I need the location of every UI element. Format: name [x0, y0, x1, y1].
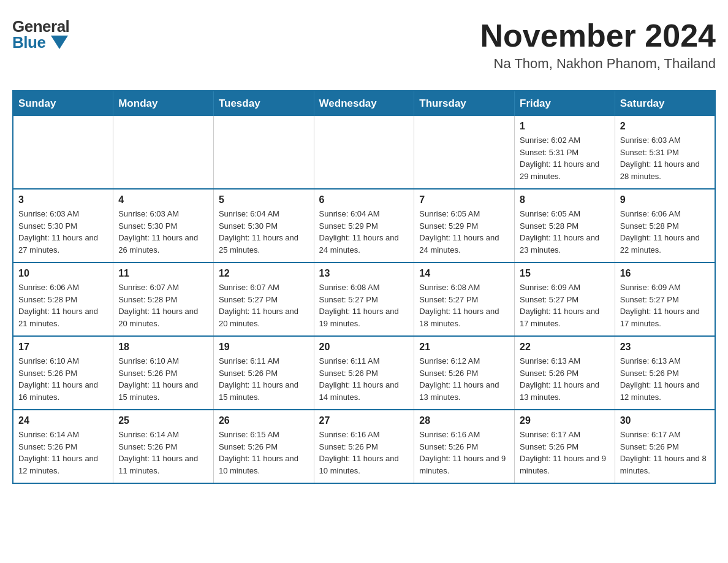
day-number: 11	[118, 268, 208, 279]
day-number: 27	[319, 415, 409, 426]
day-number: 14	[419, 268, 509, 279]
calendar-week-1: 1Sunrise: 6:02 AM Sunset: 5:31 PM Daylig…	[13, 116, 715, 189]
header-saturday: Saturday	[615, 91, 715, 116]
day-number: 10	[18, 268, 108, 279]
day-info: Sunrise: 6:11 AM Sunset: 5:26 PM Dayligh…	[219, 355, 309, 403]
day-number: 2	[620, 121, 710, 132]
calendar-cell: 28Sunrise: 6:16 AM Sunset: 5:26 PM Dayli…	[414, 410, 515, 483]
day-info: Sunrise: 6:15 AM Sunset: 5:26 PM Dayligh…	[219, 429, 309, 477]
day-number: 21	[419, 342, 509, 353]
day-info: Sunrise: 6:10 AM Sunset: 5:26 PM Dayligh…	[118, 355, 208, 403]
day-number: 22	[520, 342, 610, 353]
day-number: 18	[118, 342, 208, 353]
calendar-cell: 30Sunrise: 6:17 AM Sunset: 5:26 PM Dayli…	[615, 410, 715, 483]
calendar-cell: 27Sunrise: 6:16 AM Sunset: 5:26 PM Dayli…	[314, 410, 414, 483]
calendar-cell: 1Sunrise: 6:02 AM Sunset: 5:31 PM Daylig…	[515, 116, 615, 189]
calendar-cell: 29Sunrise: 6:17 AM Sunset: 5:26 PM Dayli…	[515, 410, 615, 483]
logo-blue-text: Blue	[12, 34, 69, 50]
calendar-cell: 9Sunrise: 6:06 AM Sunset: 5:28 PM Daylig…	[615, 189, 715, 262]
header-sunday: Sunday	[13, 91, 113, 116]
day-info: Sunrise: 6:03 AM Sunset: 5:30 PM Dayligh…	[18, 208, 108, 256]
day-info: Sunrise: 6:17 AM Sunset: 5:26 PM Dayligh…	[620, 429, 710, 477]
day-number: 6	[319, 194, 409, 205]
calendar-header-row: SundayMondayTuesdayWednesdayThursdayFrid…	[13, 91, 715, 116]
day-number: 29	[520, 415, 610, 426]
day-info: Sunrise: 6:13 AM Sunset: 5:26 PM Dayligh…	[620, 355, 710, 403]
title-area: November 2024 Na Thom, Nakhon Phanom, Th…	[480, 18, 716, 72]
logo-name-block: General Blue	[12, 18, 69, 50]
day-number: 26	[219, 415, 309, 426]
day-info: Sunrise: 6:05 AM Sunset: 5:29 PM Dayligh…	[419, 208, 509, 256]
day-info: Sunrise: 6:07 AM Sunset: 5:27 PM Dayligh…	[219, 282, 309, 329]
day-info: Sunrise: 6:14 AM Sunset: 5:26 PM Dayligh…	[18, 429, 108, 477]
day-number: 19	[219, 342, 309, 353]
calendar-cell: 6Sunrise: 6:04 AM Sunset: 5:29 PM Daylig…	[314, 189, 414, 262]
calendar-cell: 10Sunrise: 6:06 AM Sunset: 5:28 PM Dayli…	[13, 262, 113, 336]
calendar-week-4: 17Sunrise: 6:10 AM Sunset: 5:26 PM Dayli…	[13, 336, 715, 410]
day-info: Sunrise: 6:04 AM Sunset: 5:30 PM Dayligh…	[219, 208, 309, 256]
calendar-cell: 21Sunrise: 6:12 AM Sunset: 5:26 PM Dayli…	[414, 336, 515, 410]
day-info: Sunrise: 6:16 AM Sunset: 5:26 PM Dayligh…	[319, 429, 409, 477]
location-title: Na Thom, Nakhon Phanom, Thailand	[480, 56, 716, 72]
calendar-cell: 16Sunrise: 6:09 AM Sunset: 5:27 PM Dayli…	[615, 262, 715, 336]
day-info: Sunrise: 6:06 AM Sunset: 5:28 PM Dayligh…	[620, 208, 710, 256]
calendar-week-2: 3Sunrise: 6:03 AM Sunset: 5:30 PM Daylig…	[13, 189, 715, 262]
day-info: Sunrise: 6:17 AM Sunset: 5:26 PM Dayligh…	[520, 429, 610, 477]
calendar-cell: 25Sunrise: 6:14 AM Sunset: 5:26 PM Dayli…	[113, 410, 214, 483]
day-number: 9	[620, 194, 710, 205]
day-number: 17	[18, 342, 108, 353]
day-info: Sunrise: 6:12 AM Sunset: 5:26 PM Dayligh…	[419, 355, 509, 403]
day-number: 12	[219, 268, 309, 279]
logo-general-text: General	[12, 18, 69, 34]
day-info: Sunrise: 6:10 AM Sunset: 5:26 PM Dayligh…	[18, 355, 108, 403]
calendar-cell: 14Sunrise: 6:08 AM Sunset: 5:27 PM Dayli…	[414, 262, 515, 336]
day-number: 28	[419, 415, 509, 426]
day-info: Sunrise: 6:14 AM Sunset: 5:26 PM Dayligh…	[118, 429, 208, 477]
calendar-cell: 8Sunrise: 6:05 AM Sunset: 5:28 PM Daylig…	[515, 189, 615, 262]
day-number: 15	[520, 268, 610, 279]
calendar-cell	[414, 116, 515, 189]
header-wednesday: Wednesday	[314, 91, 414, 116]
calendar-cell: 7Sunrise: 6:05 AM Sunset: 5:29 PM Daylig…	[414, 189, 515, 262]
logo-arrow-icon	[51, 36, 68, 49]
day-info: Sunrise: 6:03 AM Sunset: 5:31 PM Dayligh…	[620, 134, 710, 182]
calendar-week-3: 10Sunrise: 6:06 AM Sunset: 5:28 PM Dayli…	[13, 262, 715, 336]
day-number: 25	[118, 415, 208, 426]
logo-blue-label: Blue	[12, 33, 45, 52]
day-number: 5	[219, 194, 309, 205]
calendar-cell: 26Sunrise: 6:15 AM Sunset: 5:26 PM Dayli…	[213, 410, 314, 483]
calendar-cell: 23Sunrise: 6:13 AM Sunset: 5:26 PM Dayli…	[615, 336, 715, 410]
day-info: Sunrise: 6:06 AM Sunset: 5:28 PM Dayligh…	[18, 282, 108, 329]
day-info: Sunrise: 6:13 AM Sunset: 5:26 PM Dayligh…	[520, 355, 610, 403]
calendar-cell: 24Sunrise: 6:14 AM Sunset: 5:26 PM Dayli…	[13, 410, 113, 483]
calendar-cell	[213, 116, 314, 189]
calendar-cell: 3Sunrise: 6:03 AM Sunset: 5:30 PM Daylig…	[13, 189, 113, 262]
calendar-cell: 15Sunrise: 6:09 AM Sunset: 5:27 PM Dayli…	[515, 262, 615, 336]
day-info: Sunrise: 6:09 AM Sunset: 5:27 PM Dayligh…	[620, 282, 710, 329]
calendar-cell	[314, 116, 414, 189]
day-number: 20	[319, 342, 409, 353]
logo: General Blue	[12, 18, 69, 50]
day-number: 1	[520, 121, 610, 132]
day-number: 30	[620, 415, 710, 426]
calendar-cell: 22Sunrise: 6:13 AM Sunset: 5:26 PM Dayli…	[515, 336, 615, 410]
calendar-cell: 5Sunrise: 6:04 AM Sunset: 5:30 PM Daylig…	[213, 189, 314, 262]
calendar-cell: 19Sunrise: 6:11 AM Sunset: 5:26 PM Dayli…	[213, 336, 314, 410]
header: General Blue November 2024 Na Thom, Nakh…	[12, 12, 716, 78]
calendar-cell: 4Sunrise: 6:03 AM Sunset: 5:30 PM Daylig…	[113, 189, 214, 262]
day-number: 13	[319, 268, 409, 279]
day-info: Sunrise: 6:16 AM Sunset: 5:26 PM Dayligh…	[419, 429, 509, 477]
calendar-cell: 2Sunrise: 6:03 AM Sunset: 5:31 PM Daylig…	[615, 116, 715, 189]
calendar-week-5: 24Sunrise: 6:14 AM Sunset: 5:26 PM Dayli…	[13, 410, 715, 483]
month-title: November 2024	[480, 18, 716, 53]
logo-area: General Blue	[12, 18, 69, 50]
header-monday: Monday	[113, 91, 214, 116]
calendar-cell: 20Sunrise: 6:11 AM Sunset: 5:26 PM Dayli…	[314, 336, 414, 410]
calendar-table: SundayMondayTuesdayWednesdayThursdayFrid…	[12, 90, 716, 484]
svg-marker-0	[51, 36, 68, 49]
day-number: 24	[18, 415, 108, 426]
day-number: 7	[419, 194, 509, 205]
calendar-cell: 18Sunrise: 6:10 AM Sunset: 5:26 PM Dayli…	[113, 336, 214, 410]
day-number: 8	[520, 194, 610, 205]
calendar-cell	[113, 116, 214, 189]
